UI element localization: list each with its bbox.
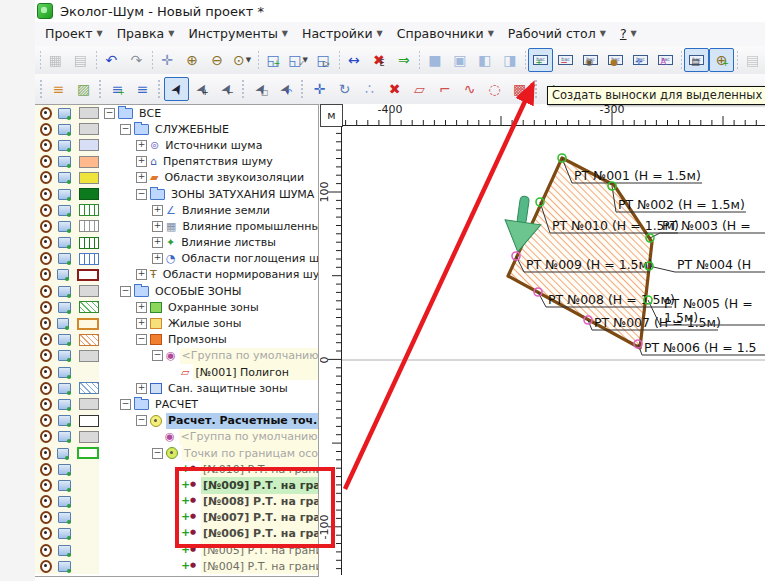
tree-row[interactable]: −Расчет. Расчетные точ...	[35, 413, 318, 429]
shape-subtract-button[interactable]: ◧	[472, 48, 497, 72]
layer-image-button[interactable]: ▨	[71, 77, 96, 101]
visibility-eye-icon[interactable]	[40, 171, 52, 184]
tree-row[interactable]: +✦Влияние листвы	[35, 235, 318, 251]
tree-row-label[interactable]: Источники шума	[163, 137, 318, 153]
visibility-eye-icon[interactable]	[40, 495, 52, 508]
print-icon[interactable]	[58, 286, 71, 297]
layers-button[interactable]: ≡	[46, 77, 71, 101]
color-swatch[interactable]	[79, 172, 99, 184]
expander[interactable]: −	[136, 415, 147, 426]
color-swatch[interactable]	[79, 123, 99, 135]
tree-row[interactable]: +⌂Препятствия шуму	[35, 154, 318, 170]
tree-row-label[interactable]: Влияние листвы	[179, 235, 318, 251]
tree-row[interactable]: +ŦОбласти нормирования шума	[35, 267, 318, 283]
select-object-button[interactable]: ➤▢	[248, 77, 273, 101]
print-icon[interactable]	[57, 448, 69, 459]
redo-button[interactable]: ↷	[124, 48, 149, 72]
tree-row[interactable]: +Сан. защитные зоны	[35, 380, 318, 396]
menu-item-инструменты[interactable]: Инструменты▼	[181, 24, 295, 44]
visibility-eye-icon[interactable]	[40, 511, 52, 524]
tree-row-label[interactable]: СЛУЖЕБНЫЕ	[153, 121, 318, 137]
calc-point-callout[interactable]: РТ №009 (H = 1.5м)	[516, 256, 653, 272]
visibility-eye-icon[interactable]	[40, 544, 52, 557]
visibility-eye-icon[interactable]	[40, 414, 52, 427]
corner-tool-button[interactable]: ⌐	[432, 77, 457, 101]
visibility-eye-icon[interactable]	[40, 285, 52, 298]
expander[interactable]: +	[152, 237, 163, 248]
node-pick-button[interactable]: ◱▷	[311, 48, 336, 72]
zoom-to-selection-button[interactable]: ⊕+	[709, 48, 734, 72]
print-icon[interactable]	[58, 431, 71, 442]
visibility-eye-icon[interactable]	[40, 430, 52, 443]
tree-row[interactable]: +▦Влияние промышленных зон	[35, 218, 318, 234]
expander[interactable]: −	[152, 448, 163, 459]
expander[interactable]: −	[120, 399, 131, 410]
tree-row[interactable]: −СЛУЖЕБНЫЕ	[35, 121, 318, 137]
color-swatch[interactable]	[79, 334, 99, 346]
tree-row-label[interactable]: [№001] Полигон	[193, 364, 318, 380]
toolbar-grip[interactable]	[418, 51, 420, 69]
visibility-eye-icon[interactable]	[40, 349, 52, 362]
select-plus-button[interactable]: ➤+	[189, 77, 214, 101]
tree-row-label[interactable]: ОСОБЫЕ ЗОНЫ	[153, 283, 318, 299]
scale-ruler-button[interactable]: bxc▤	[684, 48, 709, 72]
print-icon[interactable]	[58, 156, 71, 167]
tree-row-label[interactable]: [№004] Р.Т. на границ...	[201, 558, 318, 574]
print-icon[interactable]	[58, 140, 71, 151]
expander[interactable]: −	[120, 124, 131, 135]
color-swatch[interactable]	[79, 220, 99, 232]
calc-point-callout[interactable]: РТ №007 (H = 1.5м)	[588, 315, 721, 330]
callout-style-button[interactable]: bxc●	[603, 48, 628, 72]
node-check-button[interactable]: ◱✓▼	[286, 48, 311, 72]
toolbar-grip[interactable]	[157, 80, 162, 98]
tree-row[interactable]: −ВСЕ	[35, 105, 318, 121]
extra-tool-button[interactable]: ▤	[740, 48, 765, 72]
visibility-eye-icon[interactable]	[40, 463, 52, 476]
toolbar-grip[interactable]	[524, 51, 526, 69]
tree-row-label[interactable]: ЗОНЫ ЗАТУХАНИЯ ШУМА	[169, 186, 318, 202]
expander[interactable]: +	[136, 269, 147, 280]
tree-row-label[interactable]: Препятствия шуму	[161, 154, 318, 170]
tree-row[interactable]: −◉<Группа по умолчанию>	[35, 348, 318, 364]
tree-row-label[interactable]: Области нормирования шума	[161, 267, 318, 283]
visibility-eye-icon[interactable]	[40, 479, 52, 492]
node-add-button[interactable]: ◱+	[261, 48, 286, 72]
toolbar-grip[interactable]	[241, 80, 246, 98]
tree-row-label[interactable]: Точки по границам особ...	[182, 445, 318, 461]
print-icon[interactable]	[58, 545, 71, 556]
toolbar-grip[interactable]	[39, 51, 41, 69]
tree-row[interactable]: +◔Области поглощения шума	[35, 251, 318, 267]
toolbar-grip[interactable]	[338, 51, 340, 69]
print-icon[interactable]	[58, 528, 71, 539]
visibility-eye-icon[interactable]	[40, 398, 52, 411]
print-icon[interactable]	[58, 350, 71, 361]
color-swatch[interactable]	[77, 447, 99, 459]
callout-visibility-button[interactable]: bxc◉	[578, 48, 603, 72]
color-swatch[interactable]	[79, 204, 99, 216]
tree-row[interactable]: ◉<Группа по умолчанию>	[35, 429, 318, 445]
tree-row-label[interactable]: РАСЧЕТ	[153, 396, 318, 412]
tree-row[interactable]: −РАСЧЕТ	[35, 396, 318, 412]
expander[interactable]: −	[152, 350, 163, 361]
expander[interactable]: +	[152, 205, 163, 216]
tree-row-label[interactable]: Влияние промышленных зон	[180, 218, 318, 234]
print-icon[interactable]	[58, 172, 71, 183]
select-previous-button[interactable]: ➤↶	[273, 77, 298, 101]
expander[interactable]: +	[136, 140, 147, 151]
layer-add-button[interactable]: ≡+	[105, 77, 130, 101]
print-icon[interactable]	[58, 415, 71, 426]
toolbar-grip[interactable]	[98, 80, 103, 98]
print-icon[interactable]	[57, 269, 69, 280]
move-button[interactable]: ✛	[307, 77, 332, 101]
edit-nodes-button[interactable]: ∴	[357, 77, 382, 101]
color-swatch[interactable]	[79, 139, 99, 151]
visibility-eye-icon[interactable]	[40, 107, 52, 120]
expander[interactable]: −	[120, 286, 131, 297]
color-swatch[interactable]	[79, 431, 99, 443]
tree-row-label[interactable]: Расчет. Расчетные точ...	[166, 413, 318, 429]
visibility-eye-icon[interactable]	[40, 220, 52, 233]
calc-point-callout[interactable]: РТ №008 (H = 1.5м)	[538, 292, 675, 307]
visibility-eye-icon[interactable]	[40, 560, 52, 573]
callout-remove-button[interactable]: bxc−	[553, 48, 578, 72]
print-icon[interactable]	[58, 367, 71, 378]
